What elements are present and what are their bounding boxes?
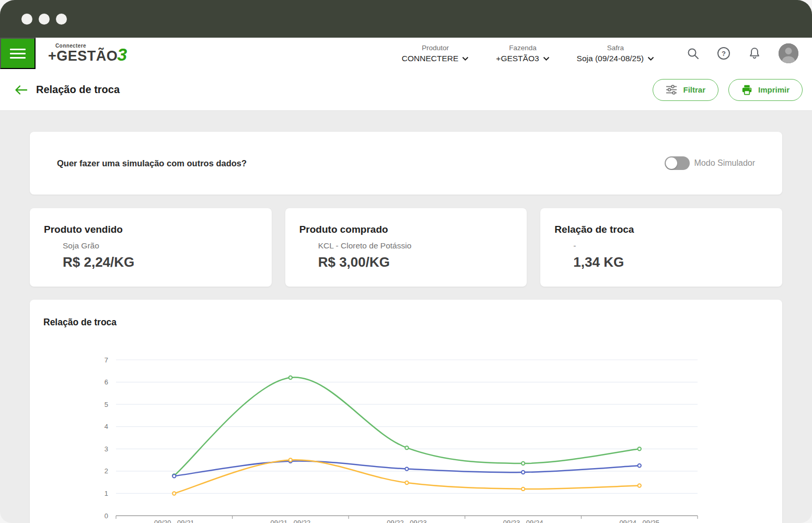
sold-product-card: Produto vendido Soja Grão R$ 2,24/KG xyxy=(30,208,272,287)
sold-product-name: Soja Grão xyxy=(63,241,258,251)
avatar-silhouette xyxy=(779,43,798,63)
exchange-ratio-value: 1,34 KG xyxy=(573,254,768,270)
yellow-series-point xyxy=(521,487,525,491)
season-selector-value: Soja (09/24-08/25) xyxy=(577,54,644,63)
sold-product-price: R$ 2,24/KG xyxy=(63,254,258,270)
exchange-ratio-subtitle: - xyxy=(573,241,768,251)
summary-cards-row: Produto vendido Soja Grão R$ 2,24/KG Pro… xyxy=(30,208,782,287)
chevron-down-icon xyxy=(543,56,550,61)
blue-series-point xyxy=(521,471,525,474)
filter-button[interactable]: Filtrar xyxy=(653,79,718,101)
bought-product-price: R$ 3,00/KG xyxy=(318,254,513,270)
window-control-dot[interactable] xyxy=(21,14,32,25)
simulator-mode-toggle[interactable] xyxy=(665,156,690,170)
season-selector-label: Safra xyxy=(577,44,654,52)
avatar[interactable] xyxy=(779,43,798,63)
bell-icon xyxy=(748,47,761,60)
page-header: Relação de troca Filtrar xyxy=(0,69,812,111)
svg-text:?: ? xyxy=(722,50,726,58)
app-logo: Connectere +GESTÃO3 xyxy=(48,43,127,63)
page-title: Relação de troca xyxy=(36,84,120,96)
svg-text:4: 4 xyxy=(105,423,108,430)
green-series-point xyxy=(405,446,408,449)
svg-text:1: 1 xyxy=(105,490,108,497)
svg-text:09/21 - 09/22: 09/21 - 09/22 xyxy=(271,519,311,523)
hamburger-icon xyxy=(10,46,26,61)
bought-product-title: Produto comprado xyxy=(299,224,513,235)
svg-text:7: 7 xyxy=(105,356,108,364)
app-header: Connectere +GESTÃO3 Produtor CONNECTERE … xyxy=(0,38,812,69)
window-control-dot[interactable] xyxy=(56,14,67,25)
svg-text:0: 0 xyxy=(105,512,108,520)
print-button-label: Imprimir xyxy=(758,85,790,94)
producer-selector[interactable]: Produtor CONNECTERE xyxy=(402,44,469,63)
exchange-chart-card: Relação de troca 0123456709/20 - 09/2109… xyxy=(30,300,782,523)
help-icon: ? xyxy=(717,47,730,60)
print-button[interactable]: Imprimir xyxy=(728,79,803,101)
hamburger-menu-button[interactable] xyxy=(0,38,36,69)
main-content: Quer fazer uma simulação com outros dado… xyxy=(0,111,812,523)
help-button[interactable]: ? xyxy=(717,47,730,60)
toggle-thumb xyxy=(666,157,677,169)
exchange-chart-svg: 0123456709/20 - 09/2109/21 - 09/2209/22 … xyxy=(43,343,769,523)
farm-selector[interactable]: Fazenda +GESTÃO3 xyxy=(496,44,549,63)
yellow-series-point xyxy=(638,484,641,487)
chevron-down-icon xyxy=(647,56,654,61)
svg-text:6: 6 xyxy=(105,378,108,386)
window-titlebar xyxy=(0,0,812,38)
producer-selector-value: CONNECTERE xyxy=(402,54,459,63)
search-button[interactable] xyxy=(687,47,700,60)
page-actions: Filtrar Imprimir xyxy=(653,79,803,101)
search-icon xyxy=(687,47,700,60)
bought-product-card: Produto comprado KCL - Cloreto de Potáss… xyxy=(285,208,527,287)
simulator-mode-label: Modo Simulador xyxy=(694,158,756,168)
chart-title: Relação de troca xyxy=(43,316,769,328)
bought-product-name: KCL - Cloreto de Potássio xyxy=(318,241,513,251)
svg-text:5: 5 xyxy=(105,401,108,408)
yellow-series-point xyxy=(405,481,408,484)
blue-series-point xyxy=(638,464,641,467)
chevron-down-icon xyxy=(462,56,469,61)
filter-button-label: Filtrar xyxy=(683,85,705,94)
green-series-point xyxy=(638,447,641,450)
app-window: Connectere +GESTÃO3 Produtor CONNECTERE … xyxy=(0,0,812,523)
context-selectors: Produtor CONNECTERE Fazenda +GESTÃO3 Saf… xyxy=(402,44,654,63)
svg-text:09/24 - 09/25: 09/24 - 09/25 xyxy=(619,519,659,523)
notifications-button[interactable] xyxy=(748,47,761,60)
logo-main-text: +GESTÃO xyxy=(48,49,118,63)
exchange-ratio-card: Relação de troca - 1,34 KG xyxy=(540,208,782,287)
window-control-dot[interactable] xyxy=(39,14,50,25)
svg-text:09/23 - 09/24: 09/23 - 09/24 xyxy=(503,519,543,523)
printer-icon xyxy=(741,85,752,95)
farm-selector-value: +GESTÃO3 xyxy=(496,54,539,63)
green-series-point xyxy=(289,376,292,379)
svg-text:09/22 - 09/23: 09/22 - 09/23 xyxy=(387,519,427,523)
farm-selector-label: Fazenda xyxy=(496,44,549,52)
simulation-question: Quer fazer uma simulação com outros dado… xyxy=(57,158,247,168)
svg-text:2: 2 xyxy=(105,467,108,475)
yellow-series-point xyxy=(289,458,292,461)
svg-text:09/20 - 09/21: 09/20 - 09/21 xyxy=(154,519,194,523)
logo-accent-3: 3 xyxy=(117,46,127,63)
blue-series-point xyxy=(405,467,408,470)
back-button[interactable] xyxy=(14,84,28,96)
producer-selector-label: Produtor xyxy=(402,44,469,52)
green-series-point xyxy=(521,462,525,465)
yellow-series-point xyxy=(172,492,176,495)
blue-series-point xyxy=(172,474,176,477)
season-selector[interactable]: Safra Soja (09/24-08/25) xyxy=(577,44,654,63)
exchange-ratio-title: Relação de troca xyxy=(554,224,768,235)
simulation-card: Quer fazer uma simulação com outros dado… xyxy=(30,132,782,195)
svg-text:3: 3 xyxy=(105,445,108,453)
sliders-icon xyxy=(666,85,677,95)
header-icons: ? xyxy=(687,43,798,63)
sold-product-title: Produto vendido xyxy=(44,224,258,235)
arrow-left-icon xyxy=(14,84,28,96)
